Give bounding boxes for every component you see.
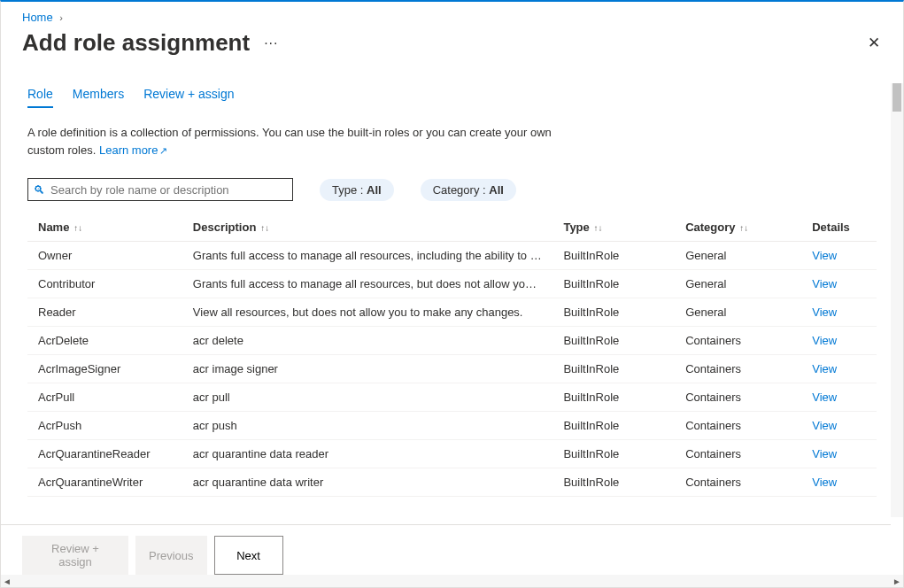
role-name-cell: AcrPush: [27, 412, 182, 440]
tab-review-assign[interactable]: Review + assign: [143, 85, 234, 108]
role-type-cell: BuiltInRole: [552, 270, 675, 298]
table-row[interactable]: OwnerGrants full access to manage all re…: [27, 242, 877, 270]
footer-buttons: Review + assign Previous Next: [1, 524, 891, 575]
sort-icon: ↑↓: [258, 223, 269, 233]
role-description-cell: Grants full access to manage all resourc…: [182, 270, 553, 298]
role-description-cell: acr quarantine data writer: [182, 468, 553, 497]
search-icon: 🔍︎: [34, 183, 45, 197]
filter-type-label: Type :: [332, 183, 367, 197]
view-link[interactable]: View: [812, 362, 837, 375]
chevron-right-icon: ›: [59, 12, 63, 23]
role-name-cell: Owner: [27, 242, 182, 270]
breadcrumb-home-link[interactable]: Home: [22, 11, 53, 24]
role-name-cell: AcrPull: [27, 383, 182, 412]
view-link[interactable]: View: [812, 334, 837, 347]
role-description-cell: acr quarantine data reader: [182, 440, 553, 468]
table-row[interactable]: ReaderView all resources, but does not a…: [27, 298, 877, 327]
column-header-name[interactable]: Name ↑↓: [27, 213, 182, 242]
role-name-cell: AcrImageSigner: [27, 355, 182, 383]
review-assign-button: Review + assign: [22, 536, 128, 575]
role-type-cell: BuiltInRole: [552, 440, 675, 468]
learn-more-link[interactable]: Learn more↗: [99, 143, 167, 157]
role-name-cell: AcrDelete: [27, 327, 182, 355]
role-description-cell: acr push: [182, 412, 553, 440]
role-category-cell: Containers: [675, 468, 801, 497]
role-category-cell: Containers: [675, 383, 801, 412]
search-box[interactable]: 🔍︎: [27, 178, 293, 201]
horizontal-scrollbar[interactable]: ◄ ►: [1, 575, 903, 587]
column-header-details: Details: [801, 213, 877, 242]
next-button[interactable]: Next: [214, 536, 283, 575]
filter-category-value: All: [489, 183, 504, 197]
view-link[interactable]: View: [812, 476, 837, 489]
role-category-cell: General: [675, 242, 801, 270]
view-link[interactable]: View: [812, 306, 837, 319]
filter-type-pill[interactable]: Type : All: [320, 179, 394, 201]
role-name-cell: Contributor: [27, 270, 182, 298]
role-name-cell: AcrQuarantineReader: [27, 440, 182, 468]
role-description-cell: View all resources, but does not allow y…: [182, 298, 553, 327]
breadcrumb: Home ›: [1, 2, 903, 24]
column-header-description[interactable]: Description ↑↓: [182, 213, 553, 242]
role-type-cell: BuiltInRole: [552, 327, 675, 355]
view-link[interactable]: View: [812, 419, 837, 432]
table-row[interactable]: AcrImageSigneracr image signerBuiltInRol…: [27, 355, 877, 383]
sort-icon: ↑↓: [591, 223, 603, 233]
role-description-cell: acr image signer: [182, 355, 553, 383]
sort-icon: ↑↓: [738, 223, 749, 233]
role-type-cell: BuiltInRole: [552, 383, 675, 412]
role-category-cell: Containers: [675, 412, 801, 440]
role-category-cell: General: [675, 298, 801, 327]
previous-button: Previous: [135, 536, 207, 575]
table-row[interactable]: AcrQuarantineWriteracr quarantine data w…: [27, 468, 877, 497]
column-header-type[interactable]: Type ↑↓: [552, 213, 675, 242]
view-link[interactable]: View: [812, 447, 837, 460]
view-link[interactable]: View: [812, 249, 837, 262]
filter-type-value: All: [367, 183, 382, 197]
sort-icon: ↑↓: [71, 223, 82, 233]
more-actions-icon[interactable]: ···: [264, 35, 278, 51]
role-type-cell: BuiltInRole: [552, 412, 675, 440]
role-type-cell: BuiltInRole: [552, 468, 675, 497]
role-name-cell: Reader: [27, 298, 182, 327]
role-type-cell: BuiltInRole: [552, 242, 675, 270]
page-description: A role definition is a collection of per…: [27, 124, 576, 159]
table-row[interactable]: ContributorGrants full access to manage …: [27, 270, 877, 298]
search-input[interactable]: [50, 183, 287, 197]
filter-category-pill[interactable]: Category : All: [421, 179, 516, 201]
tab-role[interactable]: Role: [27, 85, 53, 108]
role-name-cell: AcrQuarantineWriter: [27, 468, 182, 497]
table-row[interactable]: AcrPushacr pushBuiltInRoleContainersView: [27, 412, 877, 440]
tabs: Role Members Review + assign: [27, 85, 877, 108]
scroll-left-icon[interactable]: ◄: [1, 576, 13, 586]
page-title: Add role assignment: [22, 29, 250, 57]
table-row[interactable]: AcrQuarantineReaderacr quarantine data r…: [27, 440, 877, 468]
scroll-right-icon[interactable]: ►: [891, 576, 903, 586]
roles-table: Name ↑↓ Description ↑↓ Type ↑↓ Category …: [27, 213, 877, 497]
role-category-cell: General: [675, 270, 801, 298]
filter-row: 🔍︎ Type : All Category : All: [27, 178, 877, 201]
role-type-cell: BuiltInRole: [552, 355, 675, 383]
role-description-cell: acr pull: [182, 383, 553, 412]
view-link[interactable]: View: [812, 391, 837, 404]
role-category-cell: Containers: [675, 355, 801, 383]
role-category-cell: Containers: [675, 327, 801, 355]
external-link-icon: ↗: [159, 145, 167, 156]
title-row: Add role assignment ··· ✕: [1, 24, 903, 69]
table-row[interactable]: AcrPullacr pullBuiltInRoleContainersView: [27, 383, 877, 412]
table-row[interactable]: AcrDeleteacr deleteBuiltInRoleContainers…: [27, 327, 877, 355]
role-category-cell: Containers: [675, 440, 801, 468]
role-type-cell: BuiltInRole: [552, 298, 675, 327]
role-description-cell: acr delete: [182, 327, 553, 355]
role-description-cell: Grants full access to manage all resourc…: [182, 242, 553, 270]
close-icon[interactable]: ✕: [868, 34, 882, 52]
view-link[interactable]: View: [812, 277, 837, 290]
column-header-category[interactable]: Category ↑↓: [675, 213, 801, 242]
tab-members[interactable]: Members: [73, 85, 124, 108]
filter-category-label: Category :: [433, 183, 490, 197]
